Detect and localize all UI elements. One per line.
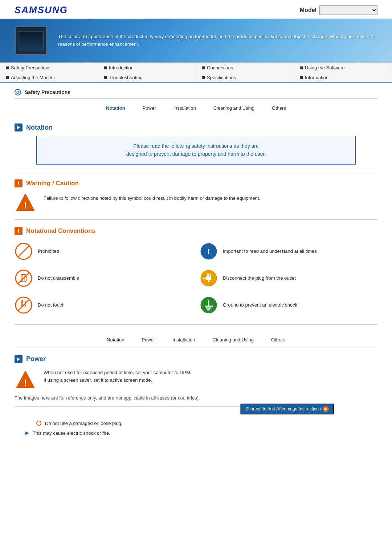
no-disassemble-svg <box>15 269 33 287</box>
sub-nav-2-power[interactable]: Power <box>140 336 156 343</box>
power-section-icon <box>15 355 23 363</box>
play-icon-2 <box>16 357 21 362</box>
svg-text:!: ! <box>207 247 210 256</box>
power-warning-icon: ! <box>15 369 36 391</box>
warning-triangle-icon: ! <box>15 192 36 214</box>
notice-text-line1: Please read the following safety instruc… <box>48 142 344 150</box>
svg-text:!: ! <box>24 378 27 388</box>
model-label: Model <box>300 7 317 13</box>
nav-item-specs[interactable]: Specifications <box>196 73 294 82</box>
svg-rect-16 <box>208 280 209 282</box>
sub-nav-2-others[interactable]: Others <box>270 336 287 343</box>
svg-marker-0 <box>17 126 20 129</box>
warning-section: ! Warning / Caution ! Failure to follow … <box>15 179 377 214</box>
bullet-arrow-icon: ▶ <box>25 430 29 436</box>
convention-prohibited: Prohibited <box>15 239 192 263</box>
nav-item-safety-label: Safety Precautions <box>11 65 50 70</box>
convention-disconnect: Disconnect the plug from the outlet <box>200 266 377 290</box>
nav-item-troubleshoot-label: Troubleshooting <box>109 75 143 80</box>
nav-item-intro-label: Introduction <box>109 65 134 70</box>
warning-header: ! Warning / Caution <box>15 179 377 187</box>
breadcrumb: O Safety Precautions <box>15 83 377 99</box>
nav-item-connections-label: Connections <box>207 65 233 70</box>
conventions-grid: Prohibited ! Important to read and under… <box>15 239 377 317</box>
svg-text:!: ! <box>24 200 27 210</box>
prohibited-label: Prohibited <box>38 248 59 254</box>
sub-nav-power[interactable]: Power <box>141 105 158 112</box>
warning-content: ! Failure to follow directions noted by … <box>15 192 377 214</box>
monitor-image <box>15 26 47 55</box>
sub-nav-2: Notation Power Installation Cleaning and… <box>15 331 377 348</box>
disconnect-label: Disconnect the plug from the outlet <box>223 275 296 281</box>
model-select[interactable] <box>319 5 377 15</box>
no-disassemble-label: Do not disassemble <box>38 275 79 281</box>
nav-bullet <box>300 66 303 69</box>
important-icon: ! <box>200 242 218 260</box>
nav-item-adjusting[interactable]: Adjusting the Monitor <box>0 73 98 82</box>
shortcut-button-label: Shortcut to Anti-Afterimage Instructions <box>245 406 321 412</box>
svg-rect-15 <box>206 276 211 280</box>
samsung-logo: SAMSUNG <box>15 4 68 16</box>
content-area: O Safety Precautions Notation Power Inst… <box>0 83 392 444</box>
power-header: Power <box>15 355 377 363</box>
convention-no-disassemble: Do not disassemble <box>15 266 192 290</box>
model-container: Model <box>300 5 377 15</box>
sub-nav-2-notation[interactable]: Notation <box>105 336 126 343</box>
nav-bullet <box>104 66 107 69</box>
nav-item-software[interactable]: Using the Software <box>294 63 392 73</box>
nav-bullet <box>300 76 303 79</box>
bullet-item-main: Do not use a damaged or loose plug. <box>36 420 356 427</box>
warning-icon: ! <box>15 179 23 187</box>
nav-bullet <box>6 66 9 69</box>
reference-text: The images here are for reference only, … <box>15 395 377 401</box>
nav-bullet <box>202 76 205 79</box>
sub-nav-notation[interactable]: Notation <box>105 105 127 112</box>
sub-nav-2-cleaning[interactable]: Cleaning and Using <box>211 336 255 343</box>
power-title: Power <box>26 355 46 363</box>
divider-3 <box>15 324 377 325</box>
shortcut-circle-icon: ▶ <box>323 406 329 412</box>
nav-item-adjusting-label: Adjusting the Monitor <box>11 75 55 80</box>
power-warning-text: When not used for extended period of tim… <box>44 369 192 384</box>
notation-header: Notation <box>15 123 377 131</box>
disconnect-svg <box>200 269 218 287</box>
nav-item-info[interactable]: Information <box>294 73 392 82</box>
bullet-main-icon <box>36 421 41 426</box>
sub-nav-installation[interactable]: Installation <box>172 105 197 112</box>
breadcrumb-title: Safety Precautions <box>25 89 70 95</box>
nav-item-info-label: Information <box>305 75 328 80</box>
divider-1 <box>15 172 377 172</box>
sub-nav-cleaning[interactable]: Cleaning and Using <box>212 105 256 112</box>
nav-item-software-label: Using the Software <box>305 65 345 70</box>
ground-svg <box>200 296 218 314</box>
no-disassemble-icon <box>15 269 33 287</box>
disconnect-icon <box>200 269 218 287</box>
conventions-header: ! Notational Conventions <box>15 227 377 235</box>
ground-icon <box>200 296 218 314</box>
nav-bullet <box>202 66 205 69</box>
conventions-icon: ! <box>15 227 23 235</box>
bullet-item-sub: ▶ This may cause electric shock or fire. <box>25 430 356 437</box>
notation-title: Notation <box>26 124 53 131</box>
convention-ground: Ground to prevent an electric shock <box>200 293 377 317</box>
nav-item-safety[interactable]: Safety Precautions <box>0 63 98 73</box>
notice-box: Please read the following safety instruc… <box>36 136 356 165</box>
power-section: ! When not used for extended period of t… <box>15 369 377 401</box>
svg-marker-27 <box>17 357 20 361</box>
header: SAMSUNG Model <box>0 0 392 19</box>
nav-menu: Safety Precautions Introduction Connecti… <box>0 62 392 83</box>
notice-text-line2: designed to prevent damage to property a… <box>48 150 344 158</box>
nav-bullet <box>104 76 107 79</box>
nav-item-connections[interactable]: Connections <box>196 63 294 73</box>
sub-nav: Notation Power Installation Cleaning and… <box>15 99 377 116</box>
sub-nav-2-installation[interactable]: Installation <box>171 336 196 343</box>
sub-nav-others[interactable]: Others <box>270 105 287 112</box>
bullet-sub-text: This may cause electric shock or fire. <box>33 430 110 437</box>
svg-rect-14 <box>210 274 211 276</box>
banner-text: The color and appearance of the product … <box>58 33 377 48</box>
shortcut-button[interactable]: Shortcut to Anti-Afterimage Instructions… <box>240 404 334 414</box>
nav-item-intro[interactable]: Introduction <box>98 63 196 73</box>
svg-line-4 <box>18 246 29 257</box>
bullet-main-text: Do not use a damaged or loose plug. <box>45 420 122 427</box>
nav-item-troubleshoot[interactable]: Troubleshooting <box>98 73 196 82</box>
